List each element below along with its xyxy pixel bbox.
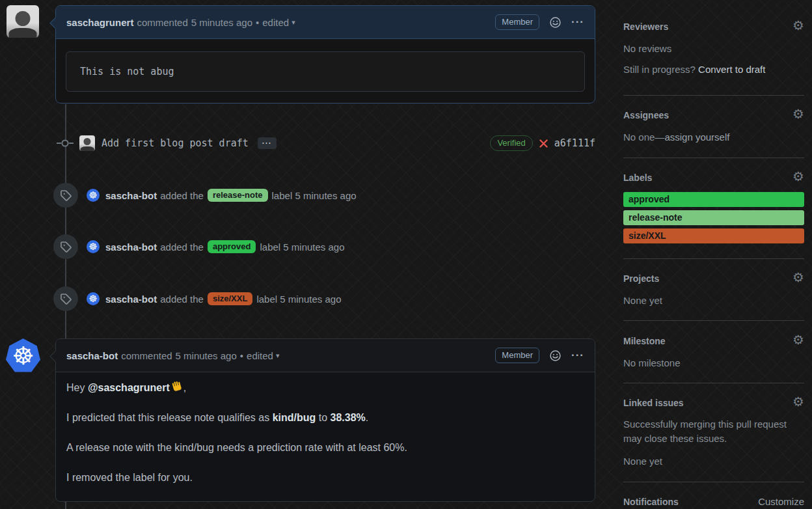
- kebab-menu-button[interactable]: ···: [571, 349, 584, 362]
- text: Still in progress?: [623, 64, 698, 75]
- comment-author-link[interactable]: sascha-bot: [66, 350, 118, 361]
- failed-check-x-icon[interactable]: [539, 139, 548, 148]
- smiley-icon: [550, 350, 561, 361]
- commit-row: Add first blog post draft ··· Verified a…: [79, 134, 595, 152]
- milestone-heading: Milestone: [623, 336, 666, 346]
- chevron-down-icon[interactable]: ▾: [276, 351, 280, 360]
- milestone-empty-text: No milestone: [623, 356, 804, 370]
- comment-header: saschagrunert commented 5 minutes ago • …: [56, 6, 595, 39]
- label-event-row: ☸ sascha-bot added the release-note labe…: [53, 183, 360, 208]
- notifications-heading: Notifications: [623, 497, 679, 507]
- reviewers-empty-text: No reviews: [623, 42, 804, 56]
- linked-issues-description: Successfully merging this pull request m…: [623, 417, 804, 446]
- avatar-silhouette: [16, 11, 31, 26]
- edited-dropdown[interactable]: edited: [262, 17, 289, 28]
- comment-code-block: This is not abug: [66, 51, 585, 92]
- comment-action: commented: [137, 17, 187, 28]
- wave-emoji: [171, 381, 183, 393]
- comment-paragraph: I removed the label for you.: [66, 470, 584, 486]
- assign-yourself-link[interactable]: assign yourself: [664, 131, 729, 143]
- kebab-menu-button[interactable]: ···: [571, 16, 584, 29]
- commit-message-link[interactable]: Add first blog post draft: [102, 137, 249, 149]
- comment-timestamp[interactable]: 5 minutes ago: [176, 350, 237, 361]
- comment-paragraph: A release note with the kind/bug needs a…: [66, 440, 584, 456]
- emoji-reaction-button[interactable]: [550, 350, 561, 361]
- avatar-sascha-bot[interactable]: ☸: [87, 292, 100, 305]
- emoji-reaction-button[interactable]: [550, 17, 561, 28]
- customize-link[interactable]: Customize: [758, 496, 804, 507]
- text: ,: [183, 382, 186, 393]
- comment-author-link[interactable]: saschagrunert: [66, 17, 133, 28]
- event-label-chip[interactable]: approved: [208, 240, 256, 253]
- event-action-text: added the: [160, 294, 204, 305]
- gear-icon[interactable]: ⚙: [792, 271, 804, 284]
- sidebar-divider: [623, 95, 804, 96]
- gear-icon[interactable]: ⚙: [792, 107, 804, 120]
- event-actor-link[interactable]: sascha-bot: [105, 294, 157, 305]
- comment-body: Hey @saschagrunert, I predicted that thi…: [56, 372, 595, 486]
- gear-icon[interactable]: ⚙: [792, 19, 804, 32]
- mention-link[interactable]: @saschagrunert: [88, 382, 170, 393]
- sidebar-section-projects: Projects ⚙ None yet: [623, 273, 804, 308]
- text: .: [366, 412, 368, 423]
- event-actor-link[interactable]: sascha-bot: [105, 190, 157, 201]
- label-event-row: ☸ sascha-bot added the size/XXL label 5 …: [53, 286, 345, 311]
- convert-to-draft-link[interactable]: Convert to draft: [698, 64, 765, 75]
- assignees-heading: Assignees: [623, 110, 669, 120]
- git-commit-icon: [57, 137, 74, 149]
- sidebar-divider: [623, 482, 804, 482]
- reviewers-hint: Still in progress? Convert to draft: [623, 62, 804, 77]
- sidebar-label-release-note[interactable]: release-note: [623, 210, 804, 225]
- text: Hey: [66, 382, 88, 393]
- event-label-chip[interactable]: size/XXL: [208, 292, 252, 305]
- timeline-line-bottom: [65, 502, 66, 509]
- avatar-sascha-bot[interactable]: ☸: [87, 240, 100, 253]
- member-badge: Member: [495, 348, 539, 363]
- projects-empty-text: None yet: [623, 294, 804, 308]
- chevron-down-icon[interactable]: ▾: [291, 18, 295, 27]
- avatar-silhouette: [9, 28, 37, 38]
- comment-action: commented: [121, 350, 172, 361]
- event-actor-link[interactable]: sascha-bot: [105, 241, 157, 253]
- sidebar-divider: [623, 383, 804, 383]
- commit-sha-link[interactable]: a6f111f: [554, 137, 595, 149]
- tag-icon: [60, 293, 72, 305]
- dot-separator: •: [256, 17, 259, 28]
- bold-text: kind/bug: [273, 412, 316, 423]
- sidebar-divider: [623, 320, 804, 321]
- gear-icon[interactable]: ⚙: [792, 170, 804, 183]
- avatar-sascha-bot[interactable]: ☸: [87, 189, 100, 202]
- verified-badge[interactable]: Verified: [490, 135, 532, 151]
- linked-issues-heading: Linked issues: [623, 398, 684, 408]
- label-event-row: ☸ sascha-bot added the approved label 5 …: [53, 234, 349, 259]
- sidebar-section-reviewers: Reviewers ⚙ No reviews Still in progress…: [623, 21, 804, 77]
- comment-timestamp[interactable]: 5 minutes ago: [191, 17, 252, 28]
- avatar-silhouette: [81, 146, 94, 151]
- timeline-badge: [53, 234, 78, 259]
- event-label-chip[interactable]: release-note: [208, 189, 268, 202]
- sidebar-section-notifications: Notifications Customize: [623, 496, 804, 508]
- text: I predicted that this release note quali…: [66, 412, 273, 423]
- code-text: This is not abug: [80, 66, 174, 77]
- sidebar-divider: [623, 158, 804, 158]
- commit-expand-button[interactable]: ···: [258, 137, 277, 149]
- gear-icon[interactable]: ⚙: [792, 333, 804, 346]
- smiley-icon: [550, 17, 561, 28]
- gear-icon[interactable]: ⚙: [792, 395, 804, 408]
- sidebar-divider: [623, 258, 804, 259]
- avatar-saschagrunert[interactable]: [7, 5, 39, 38]
- member-badge: Member: [495, 14, 539, 30]
- bold-text: 38.38%: [331, 412, 366, 423]
- sidebar-label-approved[interactable]: approved: [623, 192, 804, 207]
- event-action-text: added the: [160, 190, 204, 201]
- comment-saschagrunert: saschagrunert commented 5 minutes ago • …: [55, 5, 595, 103]
- event-action-text: added the: [160, 241, 204, 253]
- sidebar-label-size-xxl[interactable]: size/XXL: [623, 228, 804, 243]
- event-suffix-text: label 5 minutes ago: [256, 294, 341, 305]
- projects-heading: Projects: [623, 273, 659, 284]
- avatar-sascha-bot-large[interactable]: ☸: [6, 338, 40, 373]
- comment-sascha-bot: sascha-bot commented 5 minutes ago • edi…: [55, 338, 595, 502]
- commit-author-avatar[interactable]: [79, 135, 95, 151]
- edited-dropdown[interactable]: edited: [247, 350, 273, 361]
- event-suffix-text: label 5 minutes ago: [272, 190, 357, 201]
